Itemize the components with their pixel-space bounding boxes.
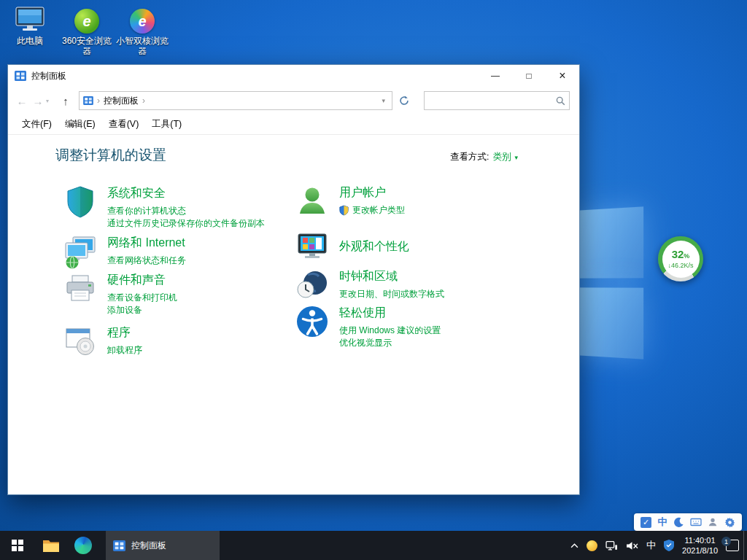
network-internet-icon[interactable] [63, 234, 98, 269]
keyboard-icon[interactable] [690, 517, 702, 527]
breadcrumb-separator: › [97, 96, 100, 106]
minimize-button[interactable]: — [479, 65, 512, 87]
folder-icon [42, 539, 60, 553]
title-bar[interactable]: 控制面板 — □ × [8, 65, 579, 87]
start-button[interactable] [0, 531, 35, 560]
user-accounts-icon[interactable] [295, 184, 330, 219]
maximize-button[interactable]: □ [512, 65, 546, 87]
ime-mode-indicator[interactable]: 中 [657, 516, 667, 529]
category-title[interactable]: 用户帐户 [339, 185, 405, 201]
category-title[interactable]: 系统和安全 [107, 186, 265, 201]
control-panel-icon [113, 540, 125, 551]
taskbar-edge-browser[interactable] [67, 531, 99, 560]
system-security-icon[interactable] [63, 184, 98, 219]
action-center-button[interactable]: 1 [726, 540, 739, 551]
windows-logo-icon [12, 540, 23, 551]
forward-button[interactable]: → [30, 95, 46, 107]
category-title[interactable]: 外观和个性化 [339, 239, 409, 254]
category-link[interactable]: 添加设备 [107, 304, 177, 316]
defender-shield-icon[interactable] [664, 540, 674, 551]
control-panel-icon [15, 71, 26, 81]
ease-of-access-icon[interactable] [295, 304, 330, 339]
category-system-security: 系统和安全 查看你的计算机状态 通过文件历史记录保存你的文件备份副本 [63, 184, 293, 230]
view-by-label: 查看方式: [450, 151, 489, 163]
view-by-control: 查看方式: 类别 ▾ [450, 151, 518, 163]
speed-gauge-ball[interactable]: 32% ↓46.2K/s [658, 236, 703, 281]
up-button[interactable]: ↑ [56, 95, 75, 107]
category-link[interactable]: 查看网络状态和任务 [107, 254, 186, 267]
volume-muted-icon[interactable] [626, 541, 638, 551]
this-pc-icon [3, 4, 57, 34]
category-ease-of-access: 轻松使用 使用 Windows 建议的设置 优化视觉显示 [295, 304, 535, 349]
taskbar-clock[interactable]: 11:40:01 2021/8/10 [682, 535, 718, 556]
taskbar-file-explorer[interactable] [35, 531, 67, 560]
desktop-icon-label: 360安全浏览器 [60, 36, 114, 56]
category-link[interactable]: 通过文件历史记录保存你的文件备份副本 [107, 217, 265, 230]
hardware-sound-icon[interactable] [63, 271, 98, 306]
window-title: 控制面板 [31, 70, 66, 82]
search-box[interactable] [424, 91, 570, 110]
taskbar-task-control-panel[interactable]: 控制面板 [106, 531, 220, 560]
navigation-toolbar: ← → ▾ ↑ › 控制面板 › ▾ [8, 87, 579, 114]
category-link-label: 更改帐户类型 [352, 204, 405, 217]
desktop-icon-label: 小智双核浏览器 [115, 36, 169, 56]
category-link[interactable]: 卸载程序 [107, 344, 142, 357]
user-icon[interactable] [708, 517, 718, 527]
menu-edit[interactable]: 编辑(E) [58, 118, 102, 131]
desktop-icon-label: 此电脑 [3, 36, 57, 46]
address-dropdown-icon[interactable]: ▾ [379, 97, 388, 104]
menu-file[interactable]: 文件(F) [15, 118, 58, 131]
personalization-icon[interactable] [295, 229, 330, 264]
category-network-internet: 网络和 Internet 查看网络状态和任务 [63, 234, 293, 269]
control-panel-window: 控制面板 — □ × ← → ▾ ↑ › 控制面板 [7, 64, 580, 495]
edge-icon [74, 537, 92, 554]
ime-language-indicator[interactable]: 中 [646, 539, 656, 552]
category-link[interactable]: 优化视觉显示 [339, 337, 441, 349]
back-button[interactable]: ← [14, 95, 30, 107]
category-title[interactable]: 程序 [107, 325, 142, 341]
show-desktop-button[interactable] [743, 531, 747, 560]
taskbar: 控制面板 中 11:40:01 2021/8/10 [0, 531, 747, 560]
desktop-icon-xiaozhi-browser[interactable]: e 小智双核浏览器 [115, 4, 169, 56]
search-icon[interactable] [551, 96, 569, 106]
recent-pages-dropdown[interactable]: ▾ [46, 98, 55, 104]
view-by-value[interactable]: 类别 [492, 151, 511, 163]
moon-icon[interactable] [673, 517, 684, 528]
refresh-button[interactable] [395, 91, 414, 110]
network-icon[interactable] [605, 540, 618, 551]
category-link[interactable]: 查看你的计算机状态 [107, 205, 265, 217]
category-title[interactable]: 网络和 Internet [107, 236, 186, 251]
category-title[interactable]: 硬件和声音 [107, 273, 177, 288]
programs-icon[interactable] [63, 324, 98, 359]
notification-count-badge: 1 [721, 537, 731, 546]
close-button[interactable]: × [546, 65, 579, 87]
category-link-uac[interactable]: 更改帐户类型 [339, 204, 405, 217]
category-user-accounts: 用户帐户 更改帐户类型 [295, 184, 535, 219]
gear-icon[interactable] [724, 517, 735, 528]
360-tray-icon[interactable] [587, 540, 597, 551]
desktop: 此电脑 e 360安全浏览器 e 小智双核浏览器 控制面板 — □ [0, 0, 747, 560]
category-link[interactable]: 使用 Windows 建议的设置 [339, 324, 441, 337]
speed-gauge-face: 32% ↓46.2K/s [662, 241, 700, 278]
ime-status-icon[interactable]: ✓ [640, 517, 651, 528]
xiaozhi-browser-icon: e [115, 4, 169, 34]
category-clock-region: 时钟和区域 更改日期、时间或数字格式 [295, 268, 535, 303]
uac-shield-icon [339, 205, 349, 216]
menu-tools[interactable]: 工具(T) [145, 118, 188, 131]
breadcrumb[interactable]: 控制面板 [104, 95, 139, 107]
clock-region-icon[interactable] [295, 268, 330, 303]
address-location-icon [83, 96, 93, 105]
category-title[interactable]: 时钟和区域 [339, 269, 444, 284]
breadcrumb-separator[interactable]: › [142, 96, 145, 106]
refresh-icon [399, 96, 409, 106]
search-input[interactable] [425, 92, 551, 109]
category-link[interactable]: 查看设备和打印机 [107, 292, 177, 304]
desktop-icon-this-pc[interactable]: 此电脑 [3, 4, 57, 46]
menu-view[interactable]: 查看(V) [102, 118, 146, 131]
desktop-icon-360-browser[interactable]: e 360安全浏览器 [60, 4, 114, 56]
tray-expand-chevron-icon[interactable] [570, 543, 578, 548]
address-bar[interactable]: › 控制面板 › ▾ [79, 91, 392, 110]
category-title[interactable]: 轻松使用 [339, 306, 441, 321]
chevron-down-icon[interactable]: ▾ [514, 154, 518, 161]
category-link[interactable]: 更改日期、时间或数字格式 [339, 288, 444, 300]
